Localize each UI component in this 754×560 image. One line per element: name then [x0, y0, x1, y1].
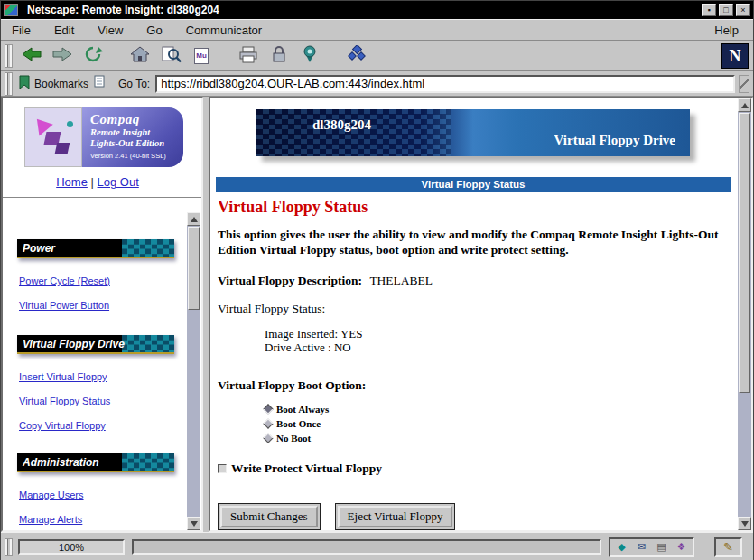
radio-boot-always[interactable]: Boot Always — [265, 404, 731, 415]
write-protect-row[interactable]: Write Protect Virtual Floppy — [218, 462, 731, 476]
shop-button[interactable] — [294, 42, 325, 70]
status-bar: 100% ◆ ✉ ▤ ❖ ✎ — [1, 532, 753, 560]
radio-icon — [263, 419, 273, 429]
bookmark-icon[interactable] — [18, 75, 31, 93]
netscape-app-icon[interactable] — [4, 4, 18, 16]
link-separator: | — [91, 175, 94, 189]
menu-help[interactable]: Help — [714, 23, 739, 37]
maximize-button[interactable]: □ — [719, 4, 733, 16]
locbar-resize-handle[interactable] — [739, 75, 749, 93]
radio-icon — [263, 405, 273, 415]
radio-boot-once[interactable]: Boot Once — [265, 418, 731, 429]
scroll-up-arrow[interactable] — [738, 98, 751, 112]
back-button[interactable] — [16, 42, 47, 70]
sidebar-item-virtual-floppy-status[interactable]: Virtual Floppy Status — [19, 396, 174, 406]
address-book-icon[interactable]: ❖ — [673, 540, 690, 555]
scroll-up-arrow[interactable] — [187, 212, 200, 226]
security-button[interactable] — [264, 42, 294, 70]
composer-icon[interactable]: ✎ — [720, 540, 737, 555]
sidebar-scrollbar[interactable] — [187, 212, 200, 530]
newsgroups-icon[interactable]: ▤ — [653, 540, 670, 555]
scroll-down-arrow[interactable] — [738, 517, 751, 530]
radio-no-boot[interactable]: No Boot — [265, 433, 731, 443]
sidebar-item-copy-virtual-floppy[interactable]: Copy Virtual Floppy — [19, 420, 174, 431]
menu-communicator[interactable]: Communicator — [186, 23, 263, 37]
print-icon — [237, 45, 259, 67]
sidebar-item-manage-alerts[interactable]: Manage Alerts — [19, 514, 174, 525]
toolbar-grip[interactable] — [5, 44, 13, 68]
netscape-logo[interactable]: N — [721, 43, 749, 69]
brand-name: Compaq — [90, 112, 178, 127]
menu-file[interactable]: File — [12, 23, 31, 37]
component-bar: ◆ ✉ ▤ ❖ — [609, 537, 694, 557]
lock-icon — [270, 45, 288, 67]
eject-virtual-floppy-button[interactable]: Eject Virtual Floppy — [335, 503, 456, 530]
page-title: Virtual Floppy Status — [218, 198, 731, 217]
menu-edit[interactable]: Edit — [54, 23, 74, 37]
home-link[interactable]: Home — [56, 175, 88, 189]
write-protect-label: Write Protect Virtual Floppy — [231, 462, 382, 476]
statusbar-grip[interactable] — [5, 538, 13, 556]
window-titlebar[interactable]: Netscape: Remote Insight: dl380g204 ▪ □ … — [1, 1, 753, 19]
bookmarks-label[interactable]: Bookmarks — [34, 78, 88, 90]
menu-go[interactable]: Go — [146, 23, 162, 37]
reload-button[interactable] — [78, 42, 108, 70]
forward-button[interactable] — [47, 42, 78, 70]
description-row: Virtual Floppy Description: THELABEL — [218, 274, 731, 288]
nav-section-mosaic — [122, 453, 174, 471]
sidebar-divider — [3, 197, 201, 199]
status-label: Virtual Floppy Status: — [218, 302, 731, 316]
drive-active-value: Drive Active : NO — [265, 341, 731, 354]
my-netscape-button[interactable]: Mu — [186, 42, 217, 70]
nav-section-title: Virtual Floppy Drive — [17, 335, 125, 350]
print-button[interactable] — [233, 42, 264, 70]
sidebar-nav: Power Power Cycle (Reset) Virtual Power … — [3, 212, 201, 530]
banner-texture — [256, 109, 451, 156]
home-button[interactable] — [125, 42, 155, 70]
logout-link[interactable]: Log Out — [98, 175, 139, 189]
product-line-1: Remote Insight — [90, 127, 178, 138]
netscape-window: Netscape: Remote Insight: dl380g204 ▪ □ … — [0, 0, 754, 560]
banner-hostname: dl380g204 — [312, 117, 371, 133]
menu-view[interactable]: View — [98, 23, 123, 37]
main-frame: dl380g204 Virtual Floppy Drive Virtual F… — [209, 97, 753, 532]
sidebar-item-virtual-power-button[interactable]: Virtual Power Button — [19, 300, 174, 311]
close-button[interactable]: × — [736, 4, 750, 16]
main-scrollbar[interactable] — [738, 98, 751, 530]
navigator-icon[interactable]: ◆ — [613, 540, 630, 555]
sidebar-item-manage-users[interactable]: Manage Users — [19, 490, 174, 500]
my-netscape-icon: Mu — [194, 48, 209, 64]
search-icon — [160, 45, 182, 67]
mail-icon[interactable]: ✉ — [633, 540, 650, 555]
stop-button[interactable] — [341, 42, 372, 70]
submit-changes-button[interactable]: Submit Changes — [218, 503, 321, 530]
scroll-down-arrow[interactable] — [187, 517, 200, 530]
product-line-2: Lights-Out Edition — [90, 138, 178, 149]
scrollbar-thumb[interactable] — [739, 113, 750, 393]
minimize-button[interactable]: ▪ — [702, 4, 716, 16]
nav-section-mosaic — [122, 239, 174, 257]
page-banner: dl380g204 Virtual Floppy Drive — [256, 109, 690, 156]
radio-label: Boot Always — [276, 404, 329, 415]
banner-page-title: Virtual Floppy Drive — [554, 133, 675, 148]
radio-icon — [263, 434, 273, 443]
search-button[interactable] — [155, 42, 186, 70]
forward-icon — [51, 45, 73, 67]
url-input[interactable] — [155, 75, 735, 93]
scrollbar-thumb[interactable] — [188, 227, 200, 310]
sidebar-item-power-cycle[interactable]: Power Cycle (Reset) — [19, 275, 174, 286]
eject-virtual-floppy-label: Eject Virtual Floppy — [338, 506, 453, 527]
nav-section-virtual-floppy: Virtual Floppy Drive — [17, 335, 174, 354]
quickfile-icon[interactable] — [94, 75, 106, 92]
checkbox-icon[interactable] — [218, 464, 227, 473]
nav-section-title: Power — [17, 239, 55, 255]
sidebar-frame: Compaq Remote Insight Lights-Out Edition… — [1, 97, 203, 532]
goto-label: Go To: — [118, 78, 150, 90]
menu-bar: File Edit View Go Communicator Help — [1, 19, 753, 41]
section-title-bar: Virtual Floppy Status — [216, 177, 731, 192]
locbar-grip[interactable] — [5, 72, 13, 96]
progress-indicator: 100% — [18, 539, 125, 555]
image-inserted-value: Image Inserted: YES — [265, 327, 731, 341]
navigation-toolbar: Mu N — [1, 41, 753, 71]
sidebar-item-insert-virtual-floppy[interactable]: Insert Virtual Floppy — [19, 371, 174, 382]
